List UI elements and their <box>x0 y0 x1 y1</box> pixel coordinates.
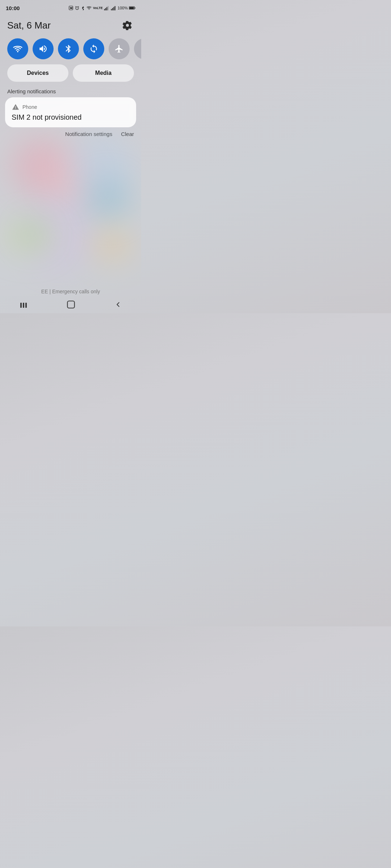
airplane-icon <box>114 44 124 54</box>
svg-rect-8 <box>112 8 113 10</box>
status-time: 10:00 <box>6 5 20 11</box>
battery-icon <box>129 6 135 10</box>
airplane-toggle[interactable] <box>109 38 130 59</box>
recent-apps-icon <box>19 300 28 309</box>
flashlight-toggle[interactable] <box>134 38 141 59</box>
svg-rect-12 <box>135 7 135 9</box>
wifi-status-icon <box>86 5 92 10</box>
volte-icon: VoLTE <box>93 6 103 10</box>
autorotate-toggle[interactable] <box>83 38 104 59</box>
svg-rect-18 <box>67 301 75 308</box>
svg-rect-7 <box>111 9 112 10</box>
signal2-icon <box>111 5 117 10</box>
notification-settings-button[interactable]: Notification settings <box>65 131 112 137</box>
header: Sat, 6 Mar <box>0 13 141 35</box>
warning-icon <box>12 103 19 111</box>
refresh-icon <box>89 44 98 54</box>
svg-rect-17 <box>25 303 27 308</box>
status-icons: VoLTE 100% <box>68 5 135 10</box>
svg-point-2 <box>89 9 89 10</box>
flashlight-icon <box>140 44 141 54</box>
svg-rect-5 <box>106 7 107 10</box>
home-button[interactable] <box>66 300 76 309</box>
recent-apps-button[interactable] <box>19 300 28 309</box>
notif-app-name: Phone <box>22 104 37 110</box>
home-icon <box>66 300 76 309</box>
nfc-icon <box>68 5 73 10</box>
status-bar: 10:00 VoLTE 100% <box>0 0 141 13</box>
alarm-icon <box>75 5 80 10</box>
svg-point-14 <box>17 51 18 52</box>
svg-rect-4 <box>105 8 106 10</box>
bluetooth-icon <box>64 44 73 54</box>
wifi-toggle[interactable] <box>7 38 28 59</box>
notif-body: SIM 2 not provisioned <box>12 113 130 122</box>
quick-toggles <box>0 35 141 64</box>
battery-percent: 100% <box>118 6 128 10</box>
header-date: Sat, 6 Mar <box>7 20 51 31</box>
svg-rect-6 <box>108 6 109 10</box>
bluetooth-status-icon <box>81 5 85 10</box>
volume-icon <box>38 44 48 54</box>
svg-rect-15 <box>20 303 22 308</box>
svg-rect-16 <box>23 303 24 308</box>
nav-bar <box>0 296 141 313</box>
svg-rect-10 <box>115 6 115 10</box>
bluetooth-toggle[interactable] <box>58 38 79 59</box>
clear-button[interactable]: Clear <box>121 131 134 137</box>
device-media-row: Devices Media <box>0 64 141 87</box>
notif-header: Phone <box>12 103 130 111</box>
alerting-label: Alerting notifications <box>0 87 141 97</box>
notif-app-icon <box>12 103 20 111</box>
svg-rect-9 <box>113 7 114 10</box>
media-button[interactable]: Media <box>73 64 134 82</box>
back-icon <box>114 301 122 309</box>
gear-icon <box>122 20 133 30</box>
svg-rect-13 <box>129 7 134 9</box>
wifi-icon <box>13 44 22 54</box>
signal1-icon <box>104 5 110 10</box>
devices-button[interactable]: Devices <box>7 64 68 82</box>
carrier-text: EE | Emergency calls only <box>0 289 141 294</box>
svg-rect-3 <box>104 9 105 10</box>
notification-card: Phone SIM 2 not provisioned <box>5 97 136 127</box>
settings-button[interactable] <box>121 19 134 32</box>
back-button[interactable] <box>114 301 122 309</box>
notif-actions: Notification settings Clear <box>0 127 141 139</box>
sound-toggle[interactable] <box>33 38 54 59</box>
